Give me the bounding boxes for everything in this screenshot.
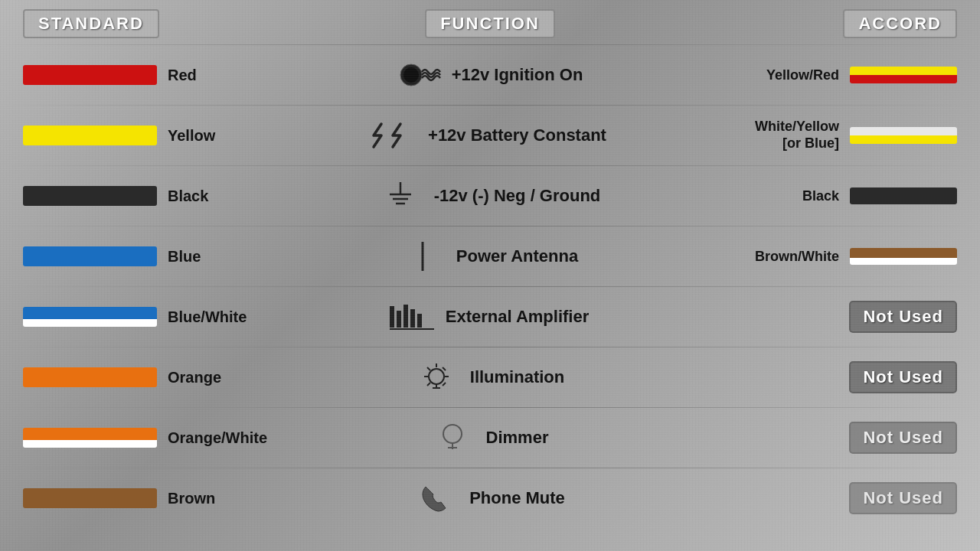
not-used-badge-dimmer: Not Used (849, 422, 957, 454)
row-dimmer: Orange/White Dimmer Not Used (23, 408, 957, 468)
accord-label-antenna: Brown/White (755, 249, 839, 265)
svg-rect-9 (403, 305, 408, 328)
wire-swatch-red (23, 65, 157, 85)
not-used-badge-illumination: Not Used (849, 361, 957, 393)
divider-6 (0, 407, 980, 408)
accord-label-ground: Black (802, 188, 839, 204)
divider-1 (0, 105, 980, 106)
svg-line-18 (443, 367, 446, 370)
wire-swatch-brown-white (850, 248, 957, 265)
wire-swatch-orange-white (23, 428, 157, 448)
ground-icon (380, 181, 422, 211)
row-illumination: Orange Illumination (23, 347, 957, 407)
wire-swatch-blue-white (23, 307, 157, 327)
wire-swatch-yellow-red (850, 67, 957, 83)
wire-swatch-black-acc (850, 187, 957, 204)
svg-rect-10 (410, 309, 415, 328)
row-ignition: Red +12v Ignition On Yellow/Red (23, 45, 957, 105)
svg-point-21 (443, 425, 462, 443)
svg-line-19 (427, 383, 430, 386)
wire-swatch-black (23, 186, 157, 206)
dimmer-icon (432, 420, 474, 455)
row-antenna: Blue Power Antenna Brown/White (23, 227, 957, 286)
divider-4 (0, 286, 980, 287)
divider-5 (0, 347, 980, 347)
wire-label-blue: Blue (168, 248, 201, 266)
wire-swatch-orange (23, 367, 157, 387)
amplifier-icon (391, 303, 433, 331)
standard-header: STANDARD (23, 9, 159, 38)
divider-top (0, 44, 980, 45)
function-label-ignition: +12v Ignition On (452, 65, 583, 85)
phone-icon (415, 482, 457, 514)
accord-label-battery: White/Yellow[or Blue] (755, 119, 839, 152)
wire-swatch-white-yellow (850, 127, 957, 144)
function-label-illumination: Illumination (470, 367, 564, 387)
function-label-ground: -12v (-) Neg / Ground (434, 186, 601, 206)
wire-label-orange-white: Orange/White (168, 429, 267, 447)
wire-swatch-yellow (23, 126, 157, 145)
wire-swatch-blue (23, 246, 157, 266)
row-phone: Brown Phone Mute Not Used (23, 468, 957, 528)
accord-header: ACCORD (843, 9, 957, 38)
wire-label-brown: Brown (168, 490, 215, 507)
wiring-chart: STANDARD FUNCTION ACCORD Red (0, 0, 980, 551)
header-row: STANDARD FUNCTION ACCORD (23, 0, 957, 44)
svg-rect-7 (390, 306, 394, 328)
divider-7 (0, 468, 980, 468)
row-amplifier: Blue/White External Amplifier Not Used (23, 287, 957, 347)
svg-rect-8 (397, 311, 401, 328)
svg-line-17 (427, 367, 430, 370)
function-label-amplifier: External Amplifier (446, 307, 589, 327)
battery-icon (374, 120, 416, 151)
svg-rect-11 (417, 314, 422, 328)
function-label-phone: Phone Mute (469, 488, 565, 508)
row-ground: Black -12v (-) Neg / Ground Black (23, 166, 957, 226)
function-header: FUNCTION (425, 9, 555, 38)
accord-label-ignition: Yellow/Red (766, 67, 839, 83)
svg-point-1 (403, 67, 419, 83)
function-label-battery: +12v Battery Constant (428, 126, 606, 145)
wire-swatch-brown (23, 488, 157, 508)
wire-label-black: Black (168, 187, 208, 205)
illumination-icon (416, 360, 458, 395)
row-battery: Yellow +12v Battery Constant White/Yello… (23, 106, 957, 165)
antenna-icon (402, 240, 444, 272)
divider-3 (0, 226, 980, 227)
wire-label-red: Red (168, 67, 197, 84)
svg-line-20 (443, 383, 446, 386)
function-label-dimmer: Dimmer (486, 428, 549, 448)
divider-2 (0, 165, 980, 166)
wire-label-orange: Orange (168, 369, 221, 386)
ignition-icon (397, 60, 439, 90)
wire-label-blue-white: Blue/White (168, 308, 247, 326)
function-label-antenna: Power Antenna (456, 246, 578, 266)
wire-label-yellow: Yellow (168, 127, 215, 145)
not-used-badge-phone: Not Used (849, 482, 957, 514)
not-used-badge-amplifier: Not Used (849, 301, 957, 333)
svg-point-13 (429, 369, 444, 384)
